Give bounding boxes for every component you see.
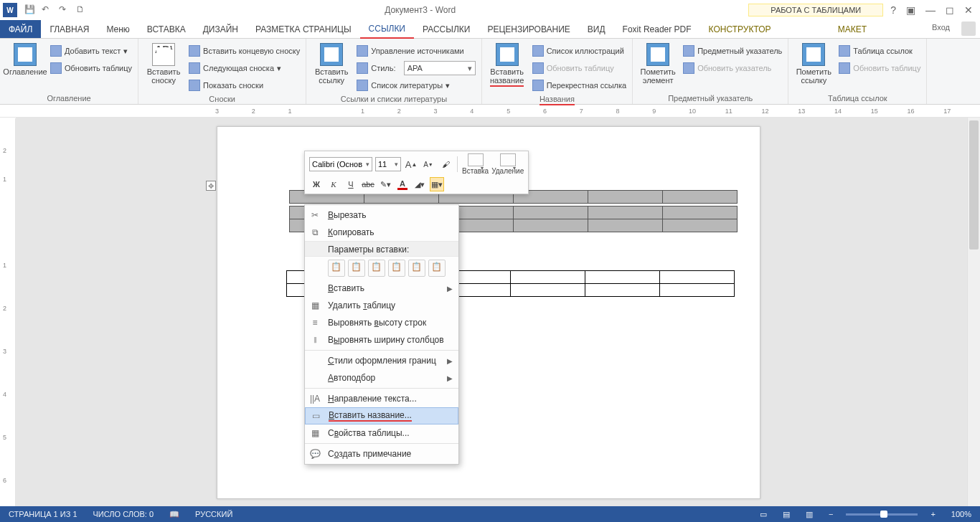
zoom-in-button[interactable]: + — [928, 508, 938, 520]
ctx-cut[interactable]: ✂Вырезать — [305, 207, 458, 224]
tab-insert[interactable]: ВСТАВКА — [138, 20, 194, 38]
window-controls: ? ▣ — ◻ ✕ — [883, 4, 980, 16]
strike-button[interactable]: abc — [361, 177, 375, 191]
delete-split[interactable]: Удаление — [491, 153, 524, 175]
tab-maket[interactable]: МАКЕТ — [829, 20, 875, 38]
ctx-copy[interactable]: ⧉Копировать — [305, 224, 458, 241]
ctx-insert[interactable]: Вставить▶ — [305, 280, 458, 297]
update-index-button[interactable]: Обновить указатель — [682, 60, 783, 76]
tab-design[interactable]: ДИЗАЙН — [194, 20, 247, 38]
help-icon[interactable]: ? — [890, 4, 896, 16]
next-footnote-icon — [189, 62, 200, 74]
paste-styles-icon[interactable] — [368, 260, 385, 277]
minimize-icon[interactable]: — — [925, 4, 936, 16]
view-print-icon[interactable]: ▤ — [780, 508, 793, 521]
list-figures-button[interactable]: Список иллюстраций — [531, 43, 628, 59]
insert-split[interactable]: Вставка — [462, 153, 489, 175]
dist-cols-icon: ⦀ — [308, 333, 322, 346]
signin-label[interactable]: Вход — [925, 20, 957, 38]
status-words[interactable]: ЧИСЛО СЛОВ: 0 — [90, 508, 157, 520]
add-text-button[interactable]: Добавить текст ▾ — [49, 43, 133, 59]
shrink-font-icon[interactable]: A▼ — [421, 157, 435, 171]
zoom-level[interactable]: 100% — [948, 508, 974, 520]
insert-citation-button[interactable]: Вставить ссылку — [311, 43, 352, 85]
paste-merge-icon[interactable] — [348, 260, 365, 277]
ctx-autofit[interactable]: Автоподбор▶ — [305, 369, 458, 386]
tab-file[interactable]: ФАЙЛ — [0, 20, 41, 38]
tab-menu[interactable]: Меню — [98, 20, 138, 38]
zoom-out-button[interactable]: − — [826, 508, 836, 520]
insert-footnote-button[interactable]: AB¹Вставить сноску — [143, 43, 184, 85]
grow-font-icon[interactable]: A▲ — [404, 157, 418, 171]
mark-entry-button[interactable]: Пометить элемент — [637, 43, 679, 85]
redo-icon[interactable]: ↷ — [59, 4, 70, 16]
ribbon-display-icon[interactable]: ▣ — [906, 4, 915, 16]
shading-button[interactable]: ◢▾ — [413, 177, 427, 191]
horizontal-ruler[interactable]: 321 1234 5678 9101112 13141516 17 — [0, 105, 980, 118]
undo-icon[interactable]: ↶ — [42, 4, 53, 16]
style-select[interactable]: Стиль: APA — [355, 60, 476, 76]
insert-toa-button[interactable]: Таблица ссылок — [837, 43, 922, 59]
maximize-icon[interactable]: ◻ — [946, 4, 954, 16]
insert-index-button[interactable]: Предметный указатель — [682, 43, 783, 59]
save-icon[interactable]: 💾 — [24, 4, 36, 16]
ctx-border-styles[interactable]: Стили оформления границ▶ — [305, 352, 458, 369]
mark-citation-button[interactable]: Пометить ссылку — [793, 43, 834, 85]
tab-mailings[interactable]: РАССЫЛКИ — [414, 20, 479, 38]
ctx-delete-table[interactable]: ▦Удалить таблицу — [305, 297, 458, 314]
tab-constructor[interactable]: КОНСТРУКТОР — [700, 20, 780, 38]
update-captions-button[interactable]: Обновить таблицу — [531, 60, 628, 76]
status-lang[interactable]: РУССКИЙ — [192, 508, 235, 520]
insert-endnote-button[interactable]: Вставить концевую сноску — [187, 43, 301, 59]
tab-references[interactable]: ССЫЛКИ — [360, 20, 414, 39]
ctx-text-direction[interactable]: ||АНаправление текста... — [305, 390, 458, 407]
vertical-ruler[interactable]: 2 1 1 2 3 4 5 6 — [0, 118, 16, 506]
table-move-handle[interactable]: ✥ — [206, 181, 216, 191]
paste-keep-source-icon[interactable] — [328, 260, 345, 277]
show-notes-button[interactable]: Показать сноски — [187, 77, 301, 93]
font-size-select[interactable]: 11 — [375, 157, 401, 171]
toc-button[interactable]: Оглавление — [4, 43, 46, 76]
next-footnote-button[interactable]: Следующая сноска ▾ — [187, 60, 301, 76]
status-page[interactable]: СТРАНИЦА 1 ИЗ 1 — [6, 508, 80, 520]
tab-review[interactable]: РЕЦЕНЗИРОВАНИЕ — [479, 20, 578, 38]
view-read-icon[interactable]: ▭ — [757, 508, 770, 521]
ctx-dist-rows[interactable]: ≡Выровнять высоту строк — [305, 314, 458, 331]
vertical-scrollbar[interactable] — [967, 118, 980, 506]
borders-button[interactable]: ▦▾ — [430, 177, 444, 191]
zoom-slider[interactable] — [846, 513, 918, 516]
tab-foxit[interactable]: Foxit Reader PDF — [614, 20, 700, 38]
underline-button[interactable]: Ч — [344, 177, 358, 191]
tab-view[interactable]: ВИД — [579, 20, 614, 38]
bold-button[interactable]: Ж — [309, 177, 324, 191]
close-icon[interactable]: ✕ — [964, 4, 973, 16]
ribbon-group-toc: Оглавление Добавить текст ▾ Обновить таб… — [0, 39, 138, 104]
paste-text-icon[interactable] — [428, 260, 446, 277]
bibliography-button[interactable]: Список литературы ▾ — [355, 77, 476, 93]
ctx-new-comment[interactable]: 💬Создать примечание — [305, 445, 458, 462]
scrollbar-thumb[interactable] — [969, 120, 979, 250]
style-dropdown[interactable]: APA — [404, 61, 476, 75]
tab-home[interactable]: ГЛАВНАЯ — [41, 20, 98, 38]
format-painter-icon[interactable]: 🖌 — [438, 157, 453, 171]
font-color-button[interactable]: A — [395, 177, 410, 191]
cross-reference-button[interactable]: Перекрестная ссылка — [531, 77, 628, 93]
user-avatar-icon[interactable] — [961, 22, 976, 36]
ctx-dist-cols[interactable]: ⦀Выровнять ширину столбцов — [305, 331, 458, 348]
paste-picture-icon[interactable] — [408, 260, 425, 277]
update-toc-button[interactable]: Обновить таблицу — [49, 60, 133, 76]
insert-toa-icon — [839, 45, 850, 57]
ctx-table-props[interactable]: ▦Свойства таблицы... — [305, 424, 458, 442]
new-doc-icon[interactable]: 🗋 — [76, 4, 88, 16]
italic-button[interactable]: К — [326, 177, 341, 191]
ctx-insert-caption[interactable]: ▭Вставить название... — [305, 407, 458, 424]
update-toa-button[interactable]: Обновить таблицу — [837, 60, 922, 76]
highlight-button[interactable]: ✎▾ — [378, 177, 392, 191]
tab-layout[interactable]: РАЗМЕТКА СТРАНИЦЫ — [247, 20, 360, 38]
status-spell-icon[interactable]: 📖 — [166, 508, 182, 521]
manage-sources-button[interactable]: Управление источниками — [355, 43, 476, 59]
view-web-icon[interactable]: ▥ — [803, 508, 816, 521]
font-select[interactable]: Calibri (Основ — [309, 157, 372, 171]
paste-link-icon[interactable] — [388, 260, 405, 277]
insert-caption-button[interactable]: Вставить название — [486, 43, 528, 87]
